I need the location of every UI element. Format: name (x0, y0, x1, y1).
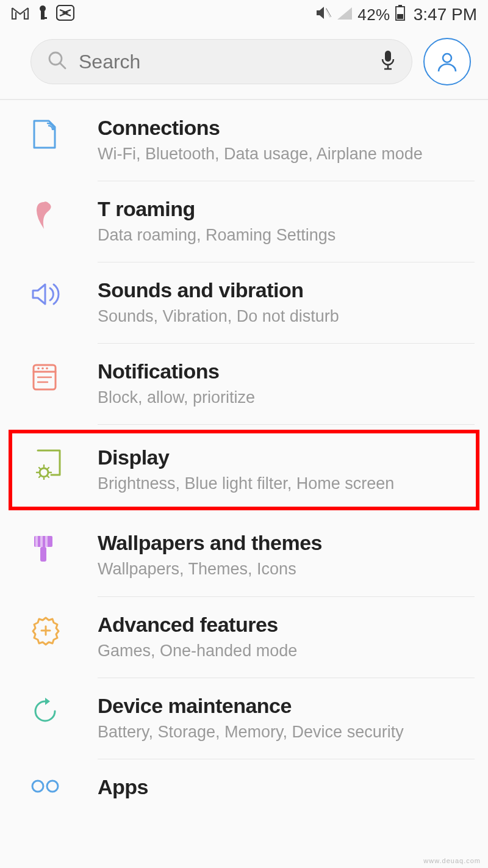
settings-item-maintenance[interactable]: Device maintenanceBattery, Storage, Memo… (0, 678, 488, 759)
key-icon (38, 5, 48, 25)
svg-rect-32 (35, 536, 38, 547)
settings-item-title: Apps (98, 775, 470, 799)
svg-rect-33 (40, 536, 43, 547)
settings-list: ConnectionsWi-Fi, Bluetooth, Data usage,… (0, 100, 488, 819)
signal-icon (337, 5, 353, 24)
status-right: 42% 3:47 PM (315, 5, 477, 25)
svg-rect-34 (45, 536, 48, 547)
svg-point-22 (40, 468, 48, 477)
refresh-icon (30, 694, 98, 726)
svg-point-14 (443, 54, 451, 62)
svg-point-39 (47, 781, 58, 792)
highlight-annotation: DisplayBrightness, Blue light filter, Ho… (9, 430, 479, 510)
mute-icon (315, 5, 332, 25)
svg-rect-2 (41, 17, 47, 19)
brush-icon (30, 531, 98, 565)
settings-item-wallpapers[interactable]: Wallpapers and themesWallpapers, Themes,… (0, 515, 488, 596)
person-icon (435, 49, 459, 74)
svg-line-27 (39, 468, 40, 469)
settings-item-subtitle: Brightness, Blue light filter, Home scre… (98, 473, 458, 494)
status-left-icons (11, 5, 74, 25)
sim-icon (30, 116, 98, 150)
apps-icon (30, 775, 98, 796)
sound-icon (30, 278, 98, 308)
divider (98, 424, 475, 425)
settings-item-subtitle: Games, One-handed mode (98, 640, 470, 662)
profile-button[interactable] (423, 38, 471, 85)
settings-item-apps[interactable]: Apps (0, 759, 488, 819)
settings-item-subtitle: Wi-Fi, Bluetooth, Data usage, Airplane m… (98, 143, 470, 165)
settings-item-title: Display (98, 446, 458, 469)
svg-rect-35 (40, 547, 46, 562)
mic-icon[interactable] (380, 49, 396, 74)
svg-line-29 (39, 476, 40, 477)
settings-item-title: Connections (98, 116, 470, 140)
capcut-icon (56, 5, 74, 25)
battery-icon (395, 5, 405, 25)
display-icon (34, 446, 98, 480)
gear-plus-icon (30, 613, 98, 646)
settings-item-title: Notifications (98, 360, 470, 383)
search-field[interactable] (30, 39, 412, 84)
search-icon (47, 50, 68, 73)
svg-line-30 (48, 468, 49, 469)
settings-item-title: Sounds and vibration (98, 278, 470, 302)
settings-item-notifications[interactable]: NotificationsBlock, allow, prioritize (0, 344, 488, 424)
settings-item-troaming[interactable]: T roamingData roaming, Roaming Settings (0, 181, 488, 262)
settings-item-connections[interactable]: ConnectionsWi-Fi, Bluetooth, Data usage,… (0, 100, 488, 181)
svg-point-9 (49, 52, 62, 65)
settings-item-subtitle: Wallpapers, Themes, Icons (98, 559, 470, 580)
settings-item-display[interactable]: DisplayBrightness, Blue light filter, Ho… (12, 433, 476, 507)
settings-item-subtitle: Sounds, Vibration, Do not disturb (98, 306, 470, 327)
roaming-icon (30, 197, 98, 231)
battery-percent: 42% (357, 5, 390, 24)
svg-line-28 (48, 476, 49, 477)
svg-rect-3 (57, 5, 74, 20)
svg-point-0 (40, 5, 46, 12)
gmail-icon (11, 5, 29, 24)
settings-item-sounds[interactable]: Sounds and vibrationSounds, Vibration, D… (0, 262, 488, 343)
svg-point-38 (32, 781, 43, 792)
settings-item-title: Device maintenance (98, 694, 470, 718)
settings-item-advanced[interactable]: Advanced featuresGames, One-handed mode (0, 597, 488, 678)
svg-point-18 (41, 367, 44, 370)
svg-line-10 (60, 63, 65, 68)
clock-time: 3:47 PM (414, 5, 477, 24)
settings-item-title: T roaming (98, 197, 470, 221)
settings-item-title: Wallpapers and themes (98, 531, 470, 555)
settings-item-title: Advanced features (98, 613, 470, 637)
search-input[interactable] (79, 51, 369, 73)
settings-item-subtitle: Battery, Storage, Memory, Device securit… (98, 722, 470, 743)
svg-point-17 (37, 367, 40, 370)
svg-line-5 (324, 6, 331, 18)
svg-point-19 (46, 367, 48, 370)
svg-rect-11 (385, 51, 391, 62)
search-row (0, 29, 488, 96)
settings-item-subtitle: Data roaming, Roaming Settings (98, 225, 470, 246)
status-bar: 42% 3:47 PM (0, 0, 488, 29)
watermark: www.deuaq.com (423, 857, 481, 864)
settings-item-subtitle: Block, allow, prioritize (98, 387, 470, 408)
notif-icon (30, 360, 98, 392)
svg-rect-8 (397, 14, 403, 19)
